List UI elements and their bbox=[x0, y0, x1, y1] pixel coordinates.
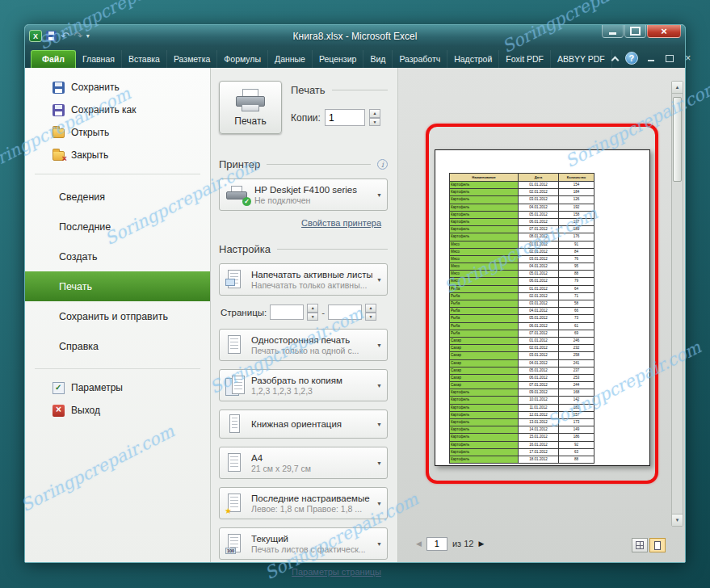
printer-info-icon[interactable]: i bbox=[377, 159, 388, 170]
sidebar-command[interactable]: Выход bbox=[25, 399, 210, 422]
setting-subtitle: 21 см x 29,7 см bbox=[251, 464, 311, 473]
ribbon-tab-label: Надстрой bbox=[454, 54, 492, 64]
settings-list: Односторонняя печать Печать только на од… bbox=[219, 321, 388, 560]
sidebar-nav-item[interactable]: Справка bbox=[25, 331, 210, 361]
print-preview-page[interactable]: НаименованиеДатаКоличество Картофель01.0… bbox=[435, 149, 650, 466]
ribbon-tab[interactable]: Разметка bbox=[167, 50, 217, 68]
table-row: Мясо01.01.201291 bbox=[450, 242, 594, 249]
table-row: Картофель06.01.2012137 bbox=[450, 219, 594, 226]
setting-dropdown[interactable]: Разобрать по копиям 1,2,3 1,2,3 1,2,3 ▼ bbox=[219, 369, 388, 401]
pages-to-input[interactable] bbox=[328, 304, 362, 320]
setting-dropdown[interactable]: Текущий Печать листов с фактическ... ▼ bbox=[219, 527, 388, 560]
desktop-background: ↶ ↷ ▾ Книга8.xlsx - Microsoft Excel Файл bbox=[0, 0, 710, 588]
table-header-row: НаименованиеДатаКоличество bbox=[450, 174, 594, 182]
setting-title: Текущий bbox=[251, 534, 366, 544]
workbook-close-icon[interactable] bbox=[683, 53, 694, 63]
print-button[interactable]: Печать bbox=[219, 81, 282, 134]
page-navigation: ◀ из 12 ▶ bbox=[398, 535, 484, 552]
ribbon-tab[interactable]: Foxit PDF bbox=[499, 50, 551, 68]
dropdown-caret-icon: ▼ bbox=[376, 422, 382, 427]
help-icon[interactable]: ? bbox=[625, 52, 638, 65]
table-row: Сахар02.01.2012232 bbox=[450, 345, 594, 352]
setting-dropdown[interactable]: A4 21 см x 29,7 см ▼ bbox=[219, 447, 388, 479]
sidebar-nav-item[interactable]: Печать bbox=[25, 271, 210, 301]
pages-range-dash: - bbox=[321, 308, 325, 317]
preview-scrollbar[interactable]: ▲ ▼ bbox=[671, 81, 683, 527]
ribbon-tab[interactable]: Разработч bbox=[393, 50, 447, 68]
maximize-button[interactable] bbox=[624, 25, 646, 38]
printer-dropdown[interactable]: ✓ HP Deskjet F4100 series Не подключен ▼ bbox=[219, 178, 388, 211]
zoom-to-page-button[interactable] bbox=[649, 538, 666, 552]
dropdown-caret-icon: ▼ bbox=[376, 192, 382, 198]
redo-icon[interactable]: ↷ bbox=[74, 31, 82, 41]
sidebar-command[interactable]: Сохранить bbox=[25, 76, 210, 99]
pages-from-spinner[interactable]: ▲▼ bbox=[307, 304, 318, 321]
ribbon-tab[interactable]: Данные bbox=[268, 50, 313, 68]
pages-to-spinner[interactable]: ▲▼ bbox=[365, 304, 376, 321]
backstage-view: Сохранить Сохранить как Открыть bbox=[25, 68, 685, 562]
command-icon bbox=[53, 104, 65, 116]
setting-dropdown[interactable]: Односторонняя печать Печать только на од… bbox=[219, 329, 388, 361]
qat-menu-caret-icon[interactable]: ▾ bbox=[86, 32, 90, 40]
ribbon-tab[interactable]: Файл bbox=[31, 50, 76, 68]
sidebar-command[interactable]: Открыть bbox=[25, 121, 210, 144]
sidebar-navigation: Сведения Последние Создать Печать bbox=[25, 182, 210, 361]
ribbon-tab[interactable]: Надстрой bbox=[447, 50, 499, 68]
ribbon-tab[interactable]: ABBYY PDF bbox=[551, 50, 612, 68]
page-setup-link[interactable]: Параметры страницы bbox=[287, 566, 386, 578]
table-row: Рыба07.01.201269 bbox=[450, 330, 594, 338]
dropdown-caret-icon: ▼ bbox=[376, 460, 382, 466]
table-row: Картофель02.01.2012184 bbox=[450, 189, 594, 196]
minimize-button[interactable] bbox=[602, 25, 624, 38]
printer-properties-link[interactable]: Свойства принтера bbox=[296, 217, 386, 229]
ribbon-tab[interactable]: Главная bbox=[76, 50, 122, 68]
scroll-down-icon[interactable]: ▼ bbox=[672, 514, 683, 526]
sidebar-nav-item[interactable]: Создать bbox=[25, 242, 210, 271]
table-row: Сахар07.01.2012244 bbox=[450, 382, 594, 389]
sidebar-command[interactable]: Параметры bbox=[25, 376, 210, 399]
workbook-minimize-icon[interactable] bbox=[645, 53, 657, 63]
ribbon-tab-label: Вид bbox=[370, 54, 385, 64]
sidebar-command[interactable]: Закрыть bbox=[25, 144, 210, 166]
sidebar-file-commands: Сохранить Сохранить как Открыть bbox=[25, 76, 210, 166]
current-page-input[interactable] bbox=[426, 537, 447, 551]
nav-item-label: Сведения bbox=[59, 191, 105, 203]
save-icon[interactable] bbox=[46, 31, 57, 41]
show-margins-button[interactable] bbox=[632, 538, 648, 552]
undo-icon[interactable]: ↶ bbox=[61, 31, 69, 41]
scroll-up-icon[interactable]: ▲ bbox=[672, 82, 683, 94]
sidebar-nav-item[interactable]: Сведения bbox=[25, 182, 210, 212]
sidebar-nav-item[interactable]: Последние bbox=[25, 212, 210, 242]
title-bar[interactable]: ↶ ↷ ▾ Книга8.xlsx - Microsoft Excel bbox=[25, 25, 685, 47]
previous-page-button[interactable]: ◀ bbox=[416, 540, 422, 548]
command-label: Выход bbox=[71, 405, 100, 416]
workbook-restore-icon[interactable] bbox=[664, 53, 675, 63]
setting-dropdown[interactable]: Напечатать активные листы Напечатать тол… bbox=[219, 263, 388, 296]
setting-subtitle: Напечатать только активны... bbox=[251, 280, 372, 290]
sidebar-nav-item[interactable]: Сохранить и отправить bbox=[25, 301, 210, 331]
settings-list-top: Напечатать активные листы Напечатать тол… bbox=[219, 255, 388, 296]
ribbon-tab-label: ABBYY PDF bbox=[557, 54, 605, 64]
setting-dropdown[interactable]: Книжная ориентация ▼ bbox=[219, 410, 388, 439]
minimize-ribbon-icon[interactable] bbox=[611, 56, 619, 64]
excel-app-icon[interactable] bbox=[29, 30, 42, 42]
ribbon-tab-strip: Файл Главная Вставка Разметка bbox=[25, 47, 685, 68]
printer-section-header: Принтер i bbox=[219, 158, 388, 170]
ribbon-tab[interactable]: Формулы bbox=[217, 50, 268, 68]
close-button[interactable] bbox=[647, 25, 681, 38]
printer-icon bbox=[233, 89, 267, 113]
copies-input[interactable] bbox=[325, 109, 365, 126]
ribbon-tab[interactable]: Вид bbox=[363, 50, 393, 68]
next-page-button[interactable]: ▶ bbox=[478, 540, 484, 548]
ribbon-tab[interactable]: Рецензир bbox=[313, 50, 363, 68]
printer-device-icon: ✓ bbox=[225, 186, 249, 204]
ribbon-tab[interactable]: Вставка bbox=[122, 50, 167, 68]
copies-spinner[interactable]: ▲▼ bbox=[369, 109, 380, 126]
setting-dropdown[interactable]: Последние настраиваемые ... Левое: 1,8 с… bbox=[219, 487, 388, 519]
sidebar-command[interactable]: Сохранить как bbox=[25, 99, 210, 121]
pages-from-input[interactable] bbox=[270, 304, 304, 320]
printer-status: Не подключен bbox=[254, 195, 357, 205]
scrollbar-thumb[interactable] bbox=[673, 97, 682, 182]
table-row: Сахар03.01.2012258 bbox=[450, 352, 594, 359]
setting-title: Односторонняя печать bbox=[251, 335, 359, 345]
